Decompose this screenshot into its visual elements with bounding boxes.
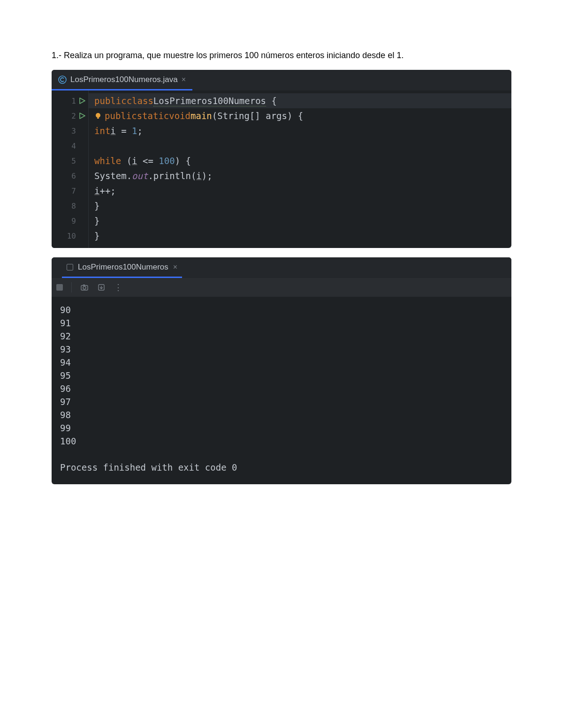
svg-point-3 [96, 113, 100, 118]
output-line: 91 [60, 316, 503, 330]
gutter-row[interactable]: 1 [52, 93, 88, 108]
console-tab-name: LosPrimeros100Numeros [78, 263, 168, 272]
output-line: 100 [60, 435, 503, 448]
console-toolbar: ⋮ [52, 278, 511, 297]
line-number: 4 [65, 142, 76, 150]
code-line: while (i <= 100) { [89, 153, 511, 168]
line-number: 1 [65, 97, 76, 105]
line-number: 5 [65, 157, 76, 165]
line-number: 9 [65, 217, 76, 225]
gutter-row[interactable]: 8 [52, 198, 88, 213]
line-number: 7 [65, 187, 76, 195]
bulb-icon[interactable] [94, 112, 102, 120]
svg-point-6 [83, 286, 86, 289]
gutter-row[interactable]: 9 [52, 213, 88, 228]
code-line: System.out.println(i); [89, 168, 511, 183]
svg-marker-1 [80, 98, 85, 104]
code-line [89, 138, 511, 153]
editor-body: 1 2 3 4 5 6 7 8 9 10 public class LosPri… [52, 90, 511, 248]
output-line: 92 [60, 330, 503, 343]
gutter-row[interactable]: 10 [52, 228, 88, 243]
class-file-icon [58, 75, 67, 84]
output-line: 97 [60, 395, 503, 408]
output-line: 90 [60, 303, 503, 316]
blank-line [60, 448, 503, 461]
editor-panel: LosPrimeros100Numeros.java × 1 2 3 4 5 6… [52, 70, 511, 248]
output-line: 93 [60, 343, 503, 356]
gutter-row[interactable]: 2 [52, 108, 88, 123]
gutter-row[interactable]: 7 [52, 183, 88, 198]
svg-rect-4 [97, 118, 99, 119]
camera-icon[interactable] [80, 283, 89, 292]
stop-icon[interactable] [56, 284, 63, 291]
line-number: 3 [65, 127, 76, 135]
gutter-row[interactable]: 3 [52, 123, 88, 138]
code-area[interactable]: public class LosPrimeros100Numeros { pub… [88, 90, 511, 248]
output-line: 99 [60, 421, 503, 435]
svg-point-0 [59, 76, 66, 83]
code-line: } [89, 198, 511, 213]
svg-marker-2 [80, 113, 85, 119]
run-window-icon [67, 264, 73, 270]
editor-gutter: 1 2 3 4 5 6 7 8 9 10 [52, 90, 88, 248]
exit-line: Process finished with exit code 0 [60, 461, 503, 474]
line-number: 8 [65, 202, 76, 210]
run-icon[interactable] [79, 98, 85, 104]
line-number: 6 [65, 172, 76, 180]
console-output[interactable]: 90 91 92 93 94 95 96 97 98 99 100 Proces… [52, 297, 511, 484]
editor-tab-filename: LosPrimeros100Numeros.java [70, 75, 178, 84]
code-line: } [89, 228, 511, 243]
more-icon[interactable]: ⋮ [114, 282, 123, 293]
code-line: public static void main(String[] args) { [89, 108, 511, 123]
console-tab[interactable]: LosPrimeros100Numeros × [62, 257, 182, 278]
run-icon[interactable] [79, 113, 85, 119]
editor-tab-bar: LosPrimeros100Numeros.java × [52, 70, 511, 90]
output-line: 94 [60, 356, 503, 369]
code-line: public class LosPrimeros100Numeros { [89, 93, 511, 108]
code-line: } [89, 213, 511, 228]
close-icon[interactable]: × [182, 75, 186, 84]
instruction-text: 1.- Realiza un programa, que muestre los… [52, 51, 511, 60]
line-number: 2 [65, 112, 76, 120]
close-icon[interactable]: × [173, 263, 177, 271]
toolbar-separator [71, 282, 72, 293]
line-number: 10 [65, 232, 76, 240]
export-icon[interactable] [97, 283, 106, 292]
svg-rect-7 [83, 285, 85, 285]
gutter-row[interactable]: 4 [52, 138, 88, 153]
console-tab-bar: LosPrimeros100Numeros × [52, 257, 511, 278]
gutter-row[interactable]: 5 [52, 153, 88, 168]
console-panel: LosPrimeros100Numeros × ⋮ 90 91 92 93 94… [52, 257, 511, 484]
code-line: int i = 1; [89, 123, 511, 138]
output-line: 95 [60, 369, 503, 382]
output-line: 98 [60, 408, 503, 421]
output-line: 96 [60, 382, 503, 395]
gutter-row[interactable]: 6 [52, 168, 88, 183]
editor-tab[interactable]: LosPrimeros100Numeros.java × [52, 70, 192, 90]
code-line: i++; [89, 183, 511, 198]
